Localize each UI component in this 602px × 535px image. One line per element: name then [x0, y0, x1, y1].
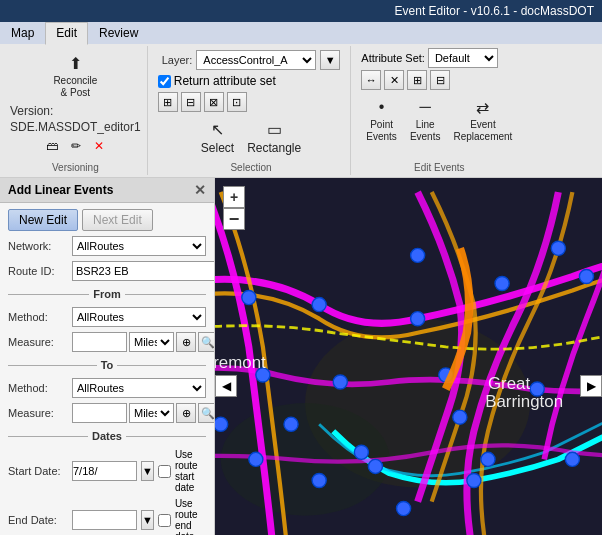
- ribbon-group-selection: Layer: AccessControl_A ▼ Return attribut…: [152, 46, 352, 175]
- panel-body: New Edit Next Edit Network: AllRoutes Ro…: [0, 203, 214, 535]
- to-measure-input[interactable]: [72, 403, 127, 423]
- ribbon: Map Edit Review ⬆ Reconcile & Post Versi…: [0, 22, 602, 178]
- from-divider: From: [8, 288, 206, 300]
- rectangle-button[interactable]: ▭ Rectangle: [242, 114, 306, 158]
- to-unit-select[interactable]: Miles: [129, 403, 174, 423]
- edit-icons-row: ↔ ✕ ⊞ ⊟: [361, 70, 450, 90]
- version-icon3[interactable]: ✕: [89, 137, 109, 155]
- end-date-input[interactable]: [72, 510, 137, 530]
- version-icons: 🗃 ✏ ✕: [41, 137, 109, 155]
- return-attr-checkbox[interactable]: [158, 75, 171, 88]
- edit-icon1[interactable]: ↔: [361, 70, 381, 90]
- end-date-label: End Date:: [8, 514, 68, 526]
- svg-point-28: [215, 417, 228, 431]
- left-panel: Add Linear Events ✕ New Edit Next Edit N…: [0, 178, 215, 535]
- x-icon: ✕: [94, 139, 104, 153]
- ribbon-tabs: Map Edit Review: [0, 22, 602, 44]
- svg-point-29: [312, 473, 326, 487]
- edit-icon4[interactable]: ⊟: [430, 70, 450, 90]
- ribbon-content: ⬆ Reconcile & Post Version: SDE.MASSDOT_…: [0, 44, 602, 177]
- map-area: Egremont Great Barrington + − ◀ ▶ ▼: [215, 178, 602, 535]
- from-method-label: Method:: [8, 311, 68, 323]
- svg-point-18: [411, 248, 425, 262]
- to-measure-row: Measure: Miles ⊕ 🔍: [8, 403, 206, 423]
- to-line-right: [117, 365, 206, 366]
- select-button[interactable]: ↖ Select: [196, 114, 239, 158]
- point-events-button[interactable]: • Point Events: [361, 92, 402, 146]
- from-measure-btn1[interactable]: ⊕: [176, 332, 196, 352]
- sel-icon1[interactable]: ⊞: [158, 92, 178, 112]
- from-measure-btn2[interactable]: 🔍: [198, 332, 214, 352]
- zoom-in-button[interactable]: +: [223, 186, 245, 208]
- svg-point-23: [284, 417, 298, 431]
- from-method-select[interactable]: AllRoutes: [72, 307, 206, 327]
- tab-edit[interactable]: Edit: [45, 22, 88, 45]
- from-unit-select[interactable]: Miles: [129, 332, 174, 352]
- versioning-row: ⬆ Reconcile & Post: [48, 48, 102, 102]
- from-method-row: Method: AllRoutes: [8, 307, 206, 327]
- next-edit-button[interactable]: Next Edit: [82, 209, 153, 231]
- to-line-left: [8, 365, 97, 366]
- attr-set-select[interactable]: Default: [428, 48, 498, 68]
- from-measure-label: Measure:: [8, 336, 68, 348]
- point-events-icon: •: [370, 95, 394, 119]
- map-arrow-left[interactable]: ◀: [215, 375, 237, 397]
- from-line-left: [8, 294, 89, 295]
- ribbon-group-versioning: ⬆ Reconcile & Post Version: SDE.MASSDOT_…: [4, 46, 148, 175]
- network-select[interactable]: AllRoutes: [72, 236, 206, 256]
- start-date-label: Start Date:: [8, 465, 68, 477]
- use-route-end-checkbox[interactable]: [158, 514, 171, 527]
- new-edit-button[interactable]: New Edit: [8, 209, 78, 231]
- svg-point-7: [579, 269, 593, 283]
- map-arrow-right[interactable]: ▶: [580, 375, 602, 397]
- sel-icon3[interactable]: ⊠: [204, 92, 224, 112]
- svg-point-5: [411, 312, 425, 326]
- tab-review[interactable]: Review: [88, 22, 149, 44]
- route-id-input[interactable]: [72, 261, 214, 281]
- end-date-picker[interactable]: ▼: [141, 510, 154, 530]
- edit-events-label: Edit Events: [414, 160, 465, 173]
- panel-header: Add Linear Events ✕: [0, 178, 214, 203]
- app-title: Event Editor - v10.6.1 - docMassDOT: [395, 4, 594, 18]
- panel-close-button[interactable]: ✕: [194, 182, 206, 198]
- select-icon: ↖: [205, 117, 229, 141]
- return-attr-row: Return attribute set: [158, 74, 345, 88]
- svg-point-3: [242, 291, 256, 305]
- edit-icon3[interactable]: ⊞: [407, 70, 427, 90]
- svg-point-26: [397, 502, 411, 516]
- to-method-select[interactable]: AllRoutes: [72, 378, 206, 398]
- version-info: Version: SDE.MASSDOT_editor1: [10, 104, 141, 135]
- from-measure-controls: Miles ⊕ 🔍: [72, 332, 214, 352]
- sel-icon2[interactable]: ⊟: [181, 92, 201, 112]
- to-divider: To: [8, 359, 206, 371]
- main-layout: Add Linear Events ✕ New Edit Next Edit N…: [0, 178, 602, 535]
- zoom-out-button[interactable]: −: [223, 208, 245, 230]
- layer-row: Layer: AccessControl_A ▼: [158, 48, 345, 72]
- selection-icons-row: ⊞ ⊟ ⊠ ⊡: [158, 92, 345, 112]
- layer-label: Layer:: [162, 54, 193, 66]
- edit-icon2[interactable]: ✕: [384, 70, 404, 90]
- version-icon1[interactable]: 🗃: [41, 137, 63, 155]
- map-navigation: + −: [223, 186, 245, 230]
- start-date-input[interactable]: [72, 461, 137, 481]
- svg-point-19: [551, 241, 565, 255]
- svg-point-4: [312, 298, 326, 312]
- route-id-row: Route ID: ⊕ 🔍: [8, 261, 206, 281]
- event-replacement-button[interactable]: ⇄ Event Replacement: [448, 92, 517, 146]
- reconcile-post-button[interactable]: ⬆ Reconcile & Post: [48, 48, 102, 102]
- from-measure-input[interactable]: [72, 332, 127, 352]
- start-date-picker[interactable]: ▼: [141, 461, 154, 481]
- tab-map[interactable]: Map: [0, 22, 45, 44]
- layer-select[interactable]: AccessControl_A: [196, 50, 316, 70]
- to-method-row: Method: AllRoutes: [8, 378, 206, 398]
- layer-dropdown-btn[interactable]: ▼: [320, 50, 340, 70]
- to-measure-btn2[interactable]: 🔍: [198, 403, 214, 423]
- event-replacement-icon: ⇄: [471, 95, 495, 119]
- version-icon2[interactable]: ✏: [66, 137, 86, 155]
- sel-icon4[interactable]: ⊡: [227, 92, 247, 112]
- use-route-start-checkbox[interactable]: [158, 465, 171, 478]
- line-events-button[interactable]: ─ Line Events: [405, 92, 446, 146]
- to-measure-btn1[interactable]: ⊕: [176, 403, 196, 423]
- line-events-icon: ─: [413, 95, 437, 119]
- panel-title: Add Linear Events: [8, 183, 113, 197]
